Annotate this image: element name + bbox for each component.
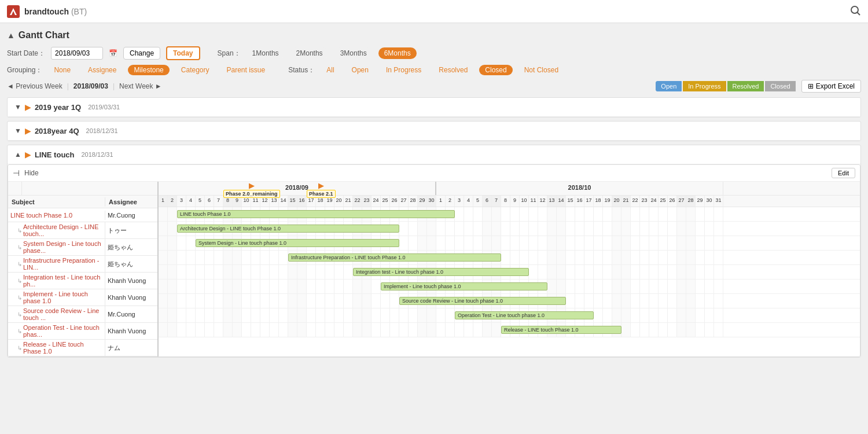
status-notclosed[interactable]: Not Closed — [518, 65, 564, 75]
day-cell: 5 — [473, 196, 483, 207]
group-category[interactable]: Category — [175, 65, 215, 75]
gantt-right-panel[interactable]: 2018/09▶Phase 2.0_remaining▶Phase 2.1201… — [159, 182, 860, 356]
grid-cell — [362, 323, 372, 337]
status-open[interactable]: Open — [346, 65, 374, 75]
grid-cell — [649, 222, 659, 236]
status-all[interactable]: All — [321, 65, 340, 75]
grid-cell — [696, 265, 705, 279]
grid-cell — [492, 222, 501, 236]
grid-cell — [159, 207, 168, 221]
subject-link-2[interactable]: Architecture Design - LINE touch... — [23, 223, 102, 237]
grid-cell — [159, 308, 168, 322]
grid-cell — [547, 279, 557, 293]
grid-cell — [640, 308, 649, 322]
today-button[interactable]: Today — [166, 46, 200, 60]
grid-cell — [233, 323, 242, 337]
subject-link-5[interactable]: Integration test - Line touch ph... — [23, 274, 102, 288]
gantt-row-1: LINE touch Phase 1.0 — [159, 207, 860, 222]
grid-cell — [603, 265, 612, 279]
grid-cell — [520, 222, 529, 236]
grid-cell — [594, 251, 603, 264]
legend-closed[interactable]: Closed — [765, 81, 795, 91]
status-resolved[interactable]: Resolved — [433, 65, 473, 75]
grid-cell — [223, 294, 233, 308]
grid-cell — [547, 265, 557, 279]
grid-cell — [168, 323, 177, 337]
grid-cell — [659, 279, 668, 293]
next-week-button[interactable]: Next Week ► — [119, 82, 162, 90]
group-assignee[interactable]: Assignee — [82, 65, 122, 75]
calendar-icon[interactable]: 📅 — [109, 49, 117, 57]
day-cell: 15 — [288, 196, 297, 207]
grid-cell — [520, 207, 529, 221]
milestone-date-1: 2019/03/31 — [88, 104, 120, 111]
span-2months[interactable]: 2Months — [290, 47, 329, 59]
grid-cell — [399, 323, 409, 337]
status-closed[interactable]: Closed — [479, 65, 512, 75]
span-3months[interactable]: 3Months — [334, 47, 373, 59]
grid-cell — [242, 323, 251, 337]
grid-cell — [566, 265, 575, 279]
section-collapse-icon[interactable]: ▲ — [7, 31, 15, 40]
milestone-header-3[interactable]: ▲ ▶ LINE touch 2018/12/31 — [8, 145, 860, 164]
grid-cell — [714, 207, 723, 221]
grid-cell — [677, 222, 686, 236]
grid-cell — [260, 323, 270, 337]
legend-wrap: Open In Progress Resolved Closed ⊞ Expor… — [656, 80, 861, 93]
grid-cell — [621, 294, 631, 308]
grid-cell — [353, 279, 362, 293]
search-button[interactable] — [849, 5, 861, 18]
assignee-cell-2: トゥー — [105, 225, 157, 236]
subject-link-3[interactable]: System Design - Line touch phase... — [23, 240, 102, 254]
subject-link-7[interactable]: Source code Review - Line touch ... — [23, 307, 102, 321]
grid-cell — [409, 222, 418, 236]
start-date-input[interactable] — [51, 47, 103, 60]
day-cell: 13 — [547, 196, 557, 207]
grid-cell — [251, 323, 260, 337]
subject-cell-6: ↳ Implement - Line touch phase 1.0 — [8, 289, 105, 306]
subject-link-8[interactable]: Operation Test - Line touch phas... — [23, 324, 102, 338]
edit-button[interactable]: Edit — [832, 168, 855, 178]
svg-point-1 — [851, 6, 858, 13]
group-parent-issue[interactable]: Parent issue — [221, 65, 271, 75]
milestone-header-1[interactable]: ▼ ▶ 2019 year 1Q 2019/03/31 — [8, 98, 860, 117]
subject-link-9[interactable]: Release - LINE touch Phase 1.0 — [23, 341, 102, 355]
grid-cell — [547, 222, 557, 236]
subject-link-6[interactable]: Implement - Line touch phase 1.0 — [23, 290, 102, 304]
subject-link-1[interactable]: LINE touch Phase 1.0 — [10, 212, 72, 219]
grid-cell — [649, 308, 659, 322]
subject-link-4[interactable]: Infrastructure Preparation - LIN... — [23, 257, 102, 271]
main-content: ▲ Gantt Chart Start Date： 📅 Change Today… — [0, 23, 868, 368]
span-1month[interactable]: 1Months — [247, 47, 285, 59]
grid-cell — [510, 222, 520, 236]
gantt-body: Subject Assignee LINE touch Phase 1.0 Mr… — [8, 182, 860, 356]
legend-open[interactable]: Open — [656, 81, 682, 91]
grid-cell — [621, 323, 631, 337]
legend-resolved[interactable]: Resolved — [727, 81, 764, 91]
grid-cell — [205, 251, 214, 264]
legend-inprogress[interactable]: In Progress — [683, 81, 726, 91]
grid-cell — [557, 279, 566, 293]
grid-cell — [372, 323, 381, 337]
hide-icon: ⊣ — [13, 168, 20, 178]
hide-label: Hide — [24, 169, 39, 177]
grid-cell — [640, 294, 649, 308]
grid-cell — [436, 222, 446, 236]
day-cell: 22 — [631, 196, 640, 207]
group-milestone[interactable]: Milestone — [128, 65, 169, 75]
prev-week-button[interactable]: ◄ Previous Week — [7, 82, 62, 90]
export-excel-button[interactable]: ⊞ Export Excel — [801, 80, 861, 93]
grid-cell — [214, 251, 223, 264]
grid-cell — [270, 294, 279, 308]
group-none[interactable]: None — [48, 65, 76, 75]
grid-cell — [362, 279, 372, 293]
grid-cell — [659, 251, 668, 264]
grid-cell — [547, 207, 557, 221]
status-inprogress[interactable]: In Progress — [380, 65, 427, 75]
grid-cell — [659, 308, 668, 322]
milestone-header-2[interactable]: ▼ ▶ 2018year 4Q 2018/12/31 — [8, 122, 860, 141]
span-6months[interactable]: 6Months — [378, 47, 417, 59]
app-header: brandtouch (BT) — [0, 0, 868, 23]
change-button[interactable]: Change — [123, 47, 160, 60]
grid-cell — [668, 308, 677, 322]
